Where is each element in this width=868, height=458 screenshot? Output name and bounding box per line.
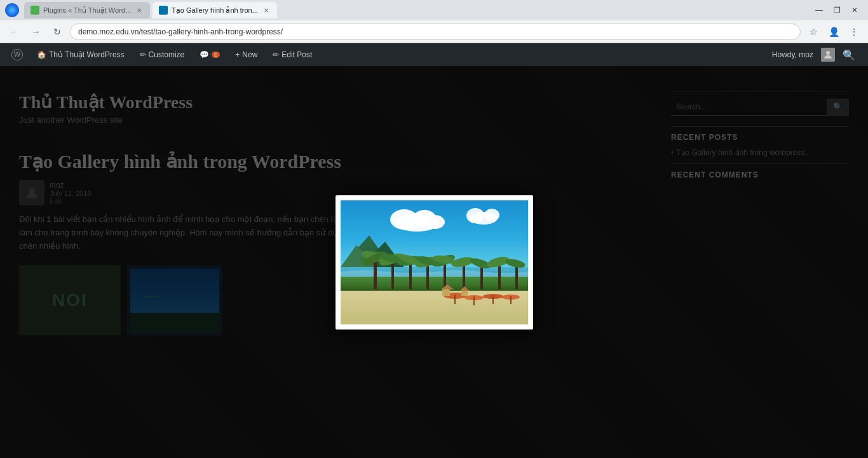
tab-2[interactable]: Tạo Gallery hình ảnh tron... ✕: [153, 2, 277, 18]
bookmark-star-icon[interactable]: ☆: [804, 23, 822, 41]
svg-point-11: [424, 215, 445, 229]
lightbox-image: [341, 200, 528, 324]
site-name-icon: 🏠: [37, 50, 46, 59]
svg-text:W: W: [14, 50, 21, 58]
svg-rect-52: [510, 296, 512, 304]
reload-button[interactable]: ↻: [48, 23, 66, 41]
svg-rect-53: [442, 289, 450, 296]
extensions-icon[interactable]: ⋮: [845, 23, 863, 41]
svg-rect-34: [444, 264, 446, 289]
admin-bar-new[interactable]: + New: [227, 43, 265, 66]
svg-rect-28: [409, 264, 412, 289]
customize-label: Customize: [149, 50, 185, 59]
title-bar: Plugins « Thủ Thuật Word... ✕ Tạo Galler…: [0, 0, 868, 20]
tab-1[interactable]: Plugins « Thủ Thuật Word... ✕: [24, 2, 150, 18]
site-content: Thủ Thuật WordPress Just another WordPre…: [0, 66, 868, 458]
profile-icon[interactable]: 👤: [825, 23, 843, 41]
admin-bar-customize[interactable]: ✏ Customize: [132, 43, 193, 66]
wp-logo-icon[interactable]: W: [8, 45, 27, 64]
beach-scene-svg: [341, 200, 528, 324]
svg-rect-41: [498, 265, 501, 289]
chrome-logo-icon: [5, 3, 19, 17]
admin-bar-site-name[interactable]: 🏠 Thủ Thuật WordPress: [29, 43, 132, 66]
svg-rect-19: [341, 288, 528, 324]
svg-rect-43: [515, 267, 518, 289]
admin-search-icon[interactable]: 🔍: [837, 49, 860, 61]
site-name-label: Thủ Thuật WordPress: [49, 50, 125, 59]
new-label: New: [242, 50, 257, 59]
svg-rect-39: [480, 267, 483, 289]
plus-icon: +: [235, 50, 240, 59]
svg-rect-48: [473, 296, 475, 305]
edit-icon: ✏: [273, 50, 279, 59]
svg-rect-37: [463, 265, 465, 289]
close-button[interactable]: ✕: [846, 3, 863, 17]
maximize-button[interactable]: ❐: [829, 3, 845, 17]
svg-point-13: [466, 208, 484, 223]
svg-rect-25: [391, 263, 394, 289]
tab-2-close-button[interactable]: ✕: [262, 6, 271, 15]
wp-admin-bar: W 🏠 Thủ Thuật WordPress ✏ Customize 💬 0 …: [0, 43, 868, 66]
tab-1-title: Plugins « Thủ Thuật Word...: [43, 6, 131, 15]
svg-point-2: [826, 51, 830, 55]
edit-post-label: Edit Post: [281, 50, 312, 59]
url-bar[interactable]: demo.moz.edu.vn/test/tao-gallery-hinh-an…: [70, 24, 801, 40]
svg-point-14: [484, 209, 499, 221]
minimize-button[interactable]: —: [811, 3, 827, 17]
howdy-text: Howdy, moz: [767, 50, 818, 59]
svg-rect-31: [426, 265, 429, 289]
user-avatar[interactable]: [821, 48, 835, 62]
tab-2-favicon: [159, 6, 168, 15]
tab-1-close-button[interactable]: ✕: [135, 6, 144, 15]
forward-button[interactable]: →: [27, 23, 44, 41]
address-icons: ☆ 👤 ⋮: [804, 23, 863, 41]
svg-rect-21: [374, 261, 377, 289]
admin-bar-edit-post[interactable]: ✏ Edit Post: [265, 43, 320, 66]
customize-icon: ✏: [140, 50, 146, 59]
browser-frame: Plugins « Thủ Thuật Word... ✕ Tạo Galler…: [0, 0, 868, 458]
svg-rect-46: [454, 295, 456, 304]
lightbox-overlay[interactable]: [0, 66, 868, 458]
back-button[interactable]: ←: [5, 23, 23, 41]
comment-count-badge: 0: [212, 52, 220, 58]
svg-rect-50: [492, 295, 494, 304]
tab-1-favicon: [31, 6, 39, 15]
address-bar: ← → ↻ demo.moz.edu.vn/test/tao-gallery-h…: [0, 20, 868, 43]
lightbox-container: [336, 195, 533, 330]
tab-2-title: Tạo Gallery hình ảnh tron...: [172, 6, 258, 15]
comment-icon: 💬: [200, 50, 209, 59]
admin-bar-comments[interactable]: 💬 0: [192, 43, 227, 66]
svg-rect-55: [461, 291, 468, 296]
url-text: demo.moz.edu.vn/test/tao-gallery-hinh-an…: [78, 27, 283, 36]
admin-bar-right: Howdy, moz 🔍: [767, 48, 860, 62]
window-controls: — ❐ ✕: [811, 3, 863, 17]
